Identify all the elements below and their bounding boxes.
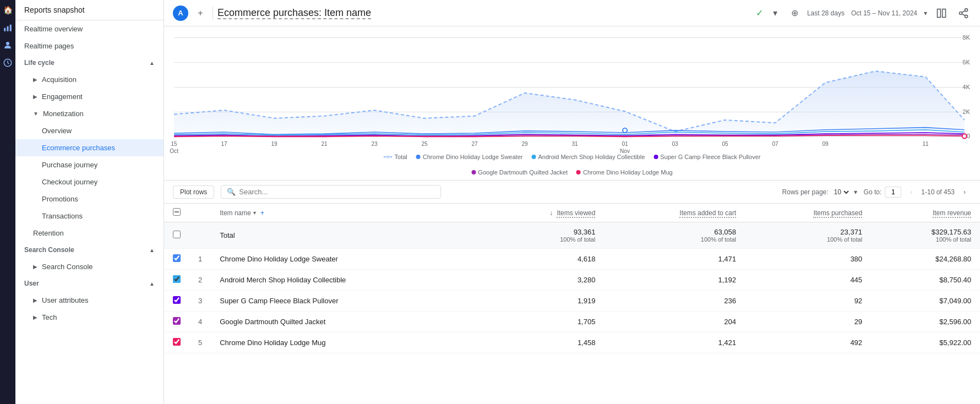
user-icon[interactable] (2, 40, 13, 51)
sidebar-item-realtime-pages[interactable]: Realtime pages (15, 37, 164, 54)
sidebar-item-engagement[interactable]: ▶ Engagement (15, 88, 164, 105)
total-items-purchased: 23,371 100% of total (745, 222, 871, 249)
add-button[interactable]: ⊕ (787, 6, 803, 21)
row-num-5: 5 (189, 332, 211, 353)
svg-text:31: 31 (571, 141, 578, 147)
share-icon[interactable] (956, 6, 971, 21)
data-table: Item name ▾ + ↓ Items viewed Items added… (164, 204, 980, 353)
svg-text:Oct: Oct (170, 148, 178, 154)
legend-super-g: Super G Camp Fleece Black Pullover (654, 154, 760, 160)
svg-line-11 (962, 10, 965, 12)
row-item-revenue-1: $24,268.80 (871, 249, 980, 270)
row-checkbox-5[interactable] (173, 338, 181, 346)
sidebar-item-ecommerce-purchases[interactable]: Ecommerce purchases (15, 139, 164, 156)
item-revenue-header[interactable]: Item revenue (871, 204, 980, 222)
avatar[interactable]: A (173, 6, 188, 21)
item-name-header[interactable]: Item name ▾ + (211, 204, 483, 222)
row-checkbox-3[interactable] (173, 296, 181, 304)
row-checkbox-cell[interactable] (164, 312, 189, 332)
item-name-dropdown-icon[interactable]: ▾ (253, 210, 256, 216)
row-items-added-4: 204 (604, 312, 745, 332)
select-all-checkbox[interactable] (173, 208, 181, 216)
sidebar-item-overview[interactable]: Overview (15, 122, 164, 139)
page-title: Ecommerce purchases: Item name (217, 7, 752, 19)
svg-text:29: 29 (521, 141, 528, 147)
legend-google-jacket: Google Dartmouth Quilted Jacket (471, 169, 568, 176)
svg-line-10 (962, 14, 965, 15)
table-row: 1 Chrome Dino Holiday Lodge Sweater 4,61… (164, 249, 980, 270)
user-section[interactable]: User ▲ (15, 275, 164, 292)
row-checkbox-cell[interactable] (164, 332, 189, 353)
sidebar-item-realtime-overview[interactable]: Realtime overview (15, 20, 164, 37)
search-input[interactable] (239, 188, 435, 196)
sidebar-item-checkout-journey[interactable]: Checkout journey (15, 173, 164, 190)
compare-icon[interactable] (934, 6, 949, 21)
row-num-header (189, 204, 211, 222)
svg-point-24 (962, 134, 967, 138)
svg-text:11: 11 (922, 141, 929, 147)
add-tab-button[interactable]: + (193, 6, 208, 21)
svg-text:Nov: Nov (620, 148, 630, 154)
svg-text:25: 25 (421, 141, 428, 147)
select-all-header[interactable] (164, 204, 189, 222)
sidebar-item-tech[interactable]: ▶ Tech (15, 309, 164, 326)
lifecycle-section[interactable]: Life cycle ▲ (15, 54, 164, 71)
topbar: A + Ecommerce purchases: Item name ✓ ▾ ⊕… (164, 0, 980, 26)
engagement-arrow: ▶ (33, 94, 37, 100)
dropdown-arrow[interactable]: ▾ (767, 6, 783, 21)
svg-point-8 (960, 12, 962, 14)
sidebar-item-monetization[interactable]: ▼ Monetization (15, 105, 164, 122)
sidebar-item-promotions[interactable]: Promotions (15, 190, 164, 208)
items-purchased-header[interactable]: Items purchased (745, 204, 871, 222)
svg-rect-5 (938, 9, 941, 17)
svg-text:6K: 6K (962, 58, 970, 65)
search-console-chevron: ▲ (149, 247, 155, 253)
next-page-button[interactable]: › (958, 185, 971, 199)
row-checkbox-1[interactable] (173, 254, 181, 262)
row-item-revenue-4: $2,596.00 (871, 312, 980, 332)
row-name-3: Super G Camp Fleece Black Pullover (211, 291, 483, 312)
row-checkbox-2[interactable] (173, 275, 181, 283)
monetization-arrow: ▼ (33, 111, 39, 117)
sidebar: Reports snapshot Realtime overview Realt… (15, 0, 164, 404)
analytics-icon[interactable] (2, 57, 13, 68)
legend-android-merch: Android Merch Shop Holiday Collectible (531, 154, 645, 160)
total-items-viewed: 93,361 100% of total (484, 222, 605, 249)
sidebar-item-user-attributes[interactable]: ▶ User attributes (15, 292, 164, 309)
row-checkbox-cell[interactable] (164, 270, 189, 291)
sidebar-item-transactions[interactable]: Transactions (15, 208, 164, 225)
home-icon[interactable]: 🏠 (2, 4, 13, 15)
sidebar-item-retention[interactable]: Retention (15, 225, 164, 242)
reports-icon[interactable] (2, 22, 13, 33)
total-checkbox-cell[interactable] (164, 222, 189, 249)
items-viewed-header[interactable]: ↓ Items viewed (484, 204, 605, 222)
check-icon: ✓ (756, 8, 763, 18)
svg-text:17: 17 (221, 141, 227, 147)
search-console-section[interactable]: Search Console ▲ (15, 242, 164, 258)
row-checkbox-cell[interactable] (164, 249, 189, 270)
sort-down-icon: ↓ (549, 209, 553, 217)
add-column-icon[interactable]: + (260, 209, 264, 217)
svg-point-7 (965, 8, 968, 11)
sidebar-item-purchase-journey[interactable]: Purchase journey (15, 156, 164, 173)
rows-per-page-select[interactable]: 10 25 50 (832, 188, 851, 196)
sidebar-item-acquisition[interactable]: ▶ Acquisition (15, 71, 164, 88)
date-dropdown-icon[interactable]: ▾ (924, 9, 927, 17)
search-icon: 🔍 (227, 188, 236, 196)
row-item-revenue-5: $5,922.00 (871, 332, 980, 353)
go-to-input[interactable] (885, 187, 901, 198)
main-content: A + Ecommerce purchases: Item name ✓ ▾ ⊕… (164, 0, 980, 404)
row-checkbox-4[interactable] (173, 317, 181, 325)
sidebar-item-search-console[interactable]: ▶ Search Console (15, 258, 164, 275)
row-items-added-1: 1,471 (604, 249, 745, 270)
plot-rows-button[interactable]: Plot rows (173, 185, 214, 199)
prev-page-button[interactable]: ‹ (905, 185, 918, 199)
date-range: Oct 15 – Nov 11, 2024 (851, 9, 917, 17)
total-checkbox[interactable] (173, 231, 181, 238)
reports-snapshot-link[interactable]: Reports snapshot (15, 0, 164, 20)
svg-rect-6 (943, 9, 946, 17)
row-item-revenue-3: $7,049.00 (871, 291, 980, 312)
items-added-header[interactable]: Items added to cart (604, 204, 745, 222)
row-name-1: Chrome Dino Holiday Lodge Sweater (211, 249, 483, 270)
row-checkbox-cell[interactable] (164, 291, 189, 312)
